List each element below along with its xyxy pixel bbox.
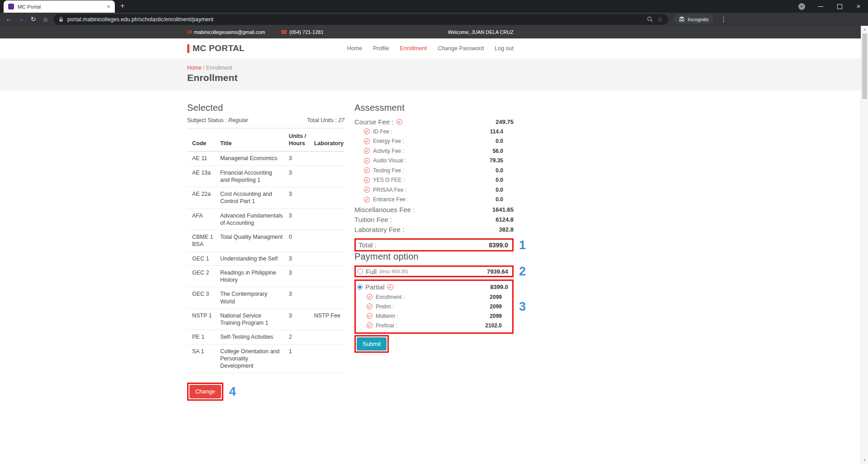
tab-close-icon[interactable]: × — [105, 3, 112, 10]
forward-button[interactable]: → — [15, 13, 27, 25]
breadcrumb: Home / Enrollment — [187, 65, 514, 71]
full-radio[interactable] — [358, 269, 363, 274]
change-button[interactable]: Change — [189, 385, 221, 398]
contact-info-bar: ✉ mabinicollegesaims@gmail.com ☎ (054) 7… — [0, 26, 861, 38]
breadcrumb-band: Home / Enrollment Enrollment — [0, 58, 861, 90]
nav-enrollment[interactable]: Enrollment — [400, 45, 427, 52]
zoom-icon[interactable] — [647, 16, 653, 22]
partial-value: 8399.0 — [490, 284, 508, 290]
nav-home[interactable]: Home — [347, 45, 362, 52]
course-title: National Service Training Program 1 — [215, 308, 284, 330]
partial-radio[interactable] — [357, 284, 363, 290]
course-units: 2 — [284, 330, 309, 344]
course-table: Code Title Units / Hours Laboratory AE 1… — [187, 128, 344, 373]
contact-email-link[interactable]: ✉ mabinicollegesaims@gmail.com — [187, 29, 265, 35]
partial-annotation: Partial ✓ 8399.0 ✓Enrollment :2099 ✓Prel… — [354, 279, 514, 334]
nav-logout[interactable]: Log out — [495, 45, 514, 52]
incognito-badge: Incognito — [674, 14, 714, 24]
fee-value: 6124.8 — [495, 216, 514, 223]
status-row: Subject Status : Regular Total Units : 2… — [187, 117, 344, 128]
course-title: Financial Accounting and Reporting 1 — [215, 166, 284, 187]
course-code: SA 1 — [187, 344, 215, 373]
course-title: Understanding the Self — [215, 251, 284, 265]
col-units: Units / Hours — [284, 128, 309, 152]
course-lab — [309, 251, 344, 265]
contact-phone-link[interactable]: ☎ (054) 721-1281 — [280, 29, 323, 35]
fee-row: ✓PRISAA Fee :0.0 — [354, 185, 514, 195]
browser-menu-icon[interactable]: ⋮ — [718, 15, 729, 24]
check-icon: ✓ — [367, 322, 373, 328]
reload-button[interactable]: ↻ — [27, 13, 39, 25]
submit-button[interactable]: Submit — [357, 337, 387, 350]
check-icon: ✓ — [367, 294, 373, 300]
payment-option-title: Payment option — [354, 251, 514, 262]
fee-label: Tuition Fee : — [354, 216, 392, 223]
course-title: Total Quality Managment — [215, 230, 284, 252]
welcome-text: Welcome, JUAN DELA CRUZ — [448, 29, 514, 35]
incognito-label: Incognito — [688, 17, 709, 22]
close-button[interactable]: × — [849, 0, 868, 13]
course-units: 3 — [284, 265, 309, 287]
fee-label: Audio Visual : — [373, 157, 406, 164]
fee-row: ✓Testing Fee :0.0 — [354, 166, 514, 175]
nav-change-password[interactable]: Change Password — [438, 45, 484, 52]
tab-title: MC Portal — [18, 4, 101, 9]
scroll-down-icon[interactable]: ▼ — [861, 457, 868, 464]
url-text: portal.mabinicolleges.edu.ph/scholastic/… — [67, 16, 643, 23]
annotation-number-2: 2 — [519, 265, 526, 279]
back-button[interactable]: ← — [3, 13, 15, 25]
course-units: 1 — [284, 344, 309, 373]
course-code: GEC 2 — [187, 265, 215, 287]
course-title: Self-Testing Activities — [215, 330, 284, 344]
course-code: GEC 3 — [187, 287, 215, 309]
fee-label: Activity Fee : — [373, 148, 404, 154]
page-scrollbar[interactable]: ▲ ▼ — [861, 26, 868, 464]
fee-label: Entrance Fee : — [373, 196, 409, 203]
fee-value: 0.0 — [495, 177, 503, 183]
scroll-up-icon[interactable]: ▲ — [861, 26, 868, 33]
fee-label: PRISAA Fee : — [373, 187, 406, 193]
table-row: PE 1Self-Testing Activities2 — [187, 330, 344, 344]
home-button[interactable]: ⌂ — [39, 13, 52, 25]
breadcrumb-home-link[interactable]: Home — [187, 65, 202, 71]
course-units: 3 — [284, 166, 309, 187]
address-bar[interactable]: portal.mabinicolleges.edu.ph/scholastic/… — [53, 14, 668, 25]
scrollbar-thumb[interactable] — [862, 33, 867, 99]
site-header: MC PORTAL Home Profile Enrollment Change… — [0, 38, 861, 58]
course-title: Managerial Economics — [215, 152, 284, 166]
fee-value: 1641.65 — [492, 206, 514, 213]
check-icon: ✓ — [364, 158, 370, 164]
fee-value: 382.8 — [499, 226, 514, 233]
col-title: Title — [215, 128, 284, 152]
course-code: AE 22a — [187, 187, 215, 209]
minimize-button[interactable]: — — [811, 0, 830, 13]
total-label: Total : — [359, 241, 377, 249]
lock-icon — [59, 17, 63, 22]
course-lab: NSTP Fee — [309, 308, 344, 330]
installment-label: Midterm : — [376, 313, 398, 319]
table-row: SA 1College Orientation and Personality … — [187, 344, 344, 373]
nav-profile[interactable]: Profile — [373, 45, 389, 52]
maximize-button[interactable] — [830, 0, 849, 13]
fee-value: 79.35 — [490, 157, 503, 164]
course-lab — [309, 230, 344, 252]
assessment-section: Assessment Course Fee : ✓ 249.75 ✓ID Fee… — [354, 103, 514, 401]
installment-row: ✓Prefinal :2102.0 — [357, 321, 509, 330]
fee-row: ✓Activity Fee :56.0 — [354, 146, 514, 156]
browser-tab[interactable]: MC Portal × — [4, 0, 115, 13]
bookmark-star-icon[interactable]: ☆ — [657, 14, 663, 25]
installment-row: ✓Enrollment :2099 — [357, 292, 509, 302]
main-content: Selected Subject Status : Regular Total … — [187, 90, 514, 401]
fee-row: ✓Energy Fee :0.0 — [354, 137, 514, 147]
total-units: Total Units : 27 — [307, 117, 344, 123]
installment-row: ✓Midterm :2099 — [357, 311, 509, 321]
check-icon: ✓ — [364, 148, 370, 154]
table-row: NSTP 1National Service Training Program … — [187, 308, 344, 330]
annotation-box-change: Change — [187, 383, 223, 401]
check-icon: ✓ — [364, 197, 370, 203]
fee-value: 56.0 — [493, 148, 503, 154]
titlebar-status-icon[interactable]: ▾ — [792, 0, 811, 13]
fee-label: Miscellanoues Fee : — [354, 206, 415, 213]
course-code: CBME 1 BSA — [187, 230, 215, 252]
new-tab-button[interactable]: + — [115, 0, 130, 13]
